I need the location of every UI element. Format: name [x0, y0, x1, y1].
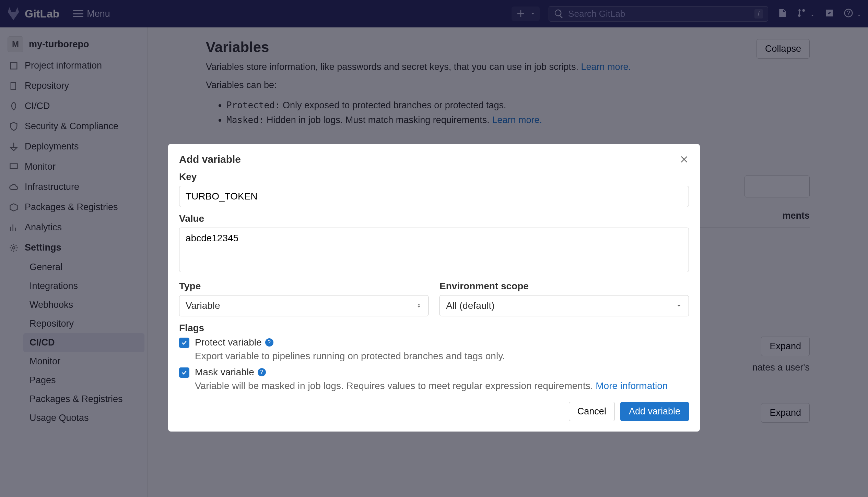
type-select[interactable]: Variable: [179, 295, 429, 316]
type-selected-value: Variable: [186, 300, 220, 311]
add-variable-button[interactable]: Add variable: [620, 402, 689, 421]
mask-title: Mask variable: [195, 367, 254, 378]
help-icon[interactable]: ?: [265, 338, 273, 347]
scope-select[interactable]: All (default): [439, 295, 689, 316]
value-input[interactable]: [179, 228, 689, 272]
check-icon: [181, 339, 188, 346]
scope-label: Environment scope: [439, 281, 689, 292]
add-variable-modal: Add variable Key Value Type Variable Env…: [168, 144, 700, 432]
help-icon[interactable]: ?: [258, 368, 266, 376]
scope-selected-value: All (default): [446, 300, 495, 311]
mask-flag-row: Mask variable ? Variable will be masked …: [179, 367, 689, 393]
check-icon: [181, 369, 188, 376]
mask-checkbox[interactable]: [179, 367, 189, 378]
key-input[interactable]: [179, 186, 689, 207]
sort-icon: [416, 302, 422, 310]
type-label: Type: [179, 281, 429, 292]
mask-desc: Variable will be masked in job logs. Req…: [195, 379, 689, 393]
key-label: Key: [179, 171, 689, 182]
modal-title: Add variable: [179, 154, 241, 165]
mask-desc-text: Variable will be masked in job logs. Req…: [195, 380, 596, 391]
protect-checkbox[interactable]: [179, 338, 189, 348]
value-label: Value: [179, 213, 689, 224]
close-icon[interactable]: [679, 155, 689, 164]
more-information-link[interactable]: More information: [596, 380, 668, 391]
protect-desc: Export variable to pipelines running on …: [195, 349, 689, 363]
chevron-down-icon: [676, 302, 682, 309]
protect-flag-row: Protect variable ? Export variable to pi…: [179, 337, 689, 363]
protect-title: Protect variable: [195, 337, 262, 348]
flags-label: Flags: [179, 323, 689, 334]
cancel-button[interactable]: Cancel: [569, 402, 615, 421]
